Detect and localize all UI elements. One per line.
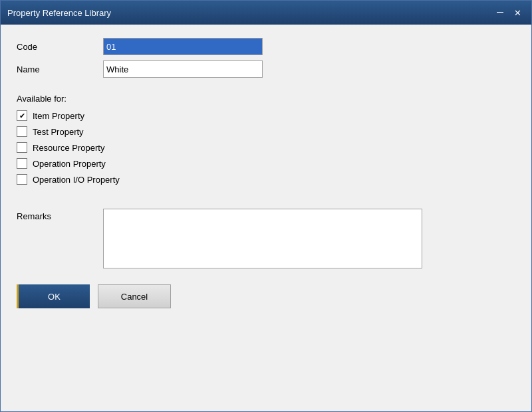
minimize-button[interactable]: [493, 5, 507, 20]
name-input[interactable]: [103, 60, 263, 78]
checkbox-row-operation: Operation Property: [17, 158, 515, 169]
checkbox-resource-property[interactable]: [17, 142, 27, 153]
checkbox-resource-label: Resource Property: [33, 143, 104, 153]
dialog-title: Property Reference Library: [7, 8, 111, 18]
code-label: Code: [17, 42, 103, 52]
checkbox-operation-io-label: Operation I/O Property: [33, 175, 120, 185]
close-button[interactable]: ✕: [510, 5, 525, 20]
code-row: Code: [17, 38, 515, 55]
remarks-textarea[interactable]: [103, 209, 422, 268]
minimize-icon: [497, 12, 503, 13]
title-bar: Property Reference Library ✕: [1, 1, 531, 25]
checkbox-item-label: Item Property: [33, 111, 84, 121]
remarks-section: Remarks: [17, 209, 515, 268]
checkbox-row-operation-io: Operation I/O Property: [17, 174, 515, 185]
cancel-button[interactable]: Cancel: [98, 284, 171, 308]
checkbox-row-item: Item Property: [17, 110, 515, 121]
checkbox-operation-property[interactable]: [17, 158, 27, 169]
button-row: OK Cancel: [17, 284, 515, 308]
remarks-label: Remarks: [17, 209, 103, 221]
dialog-window: Property Reference Library ✕ Code Name A…: [0, 0, 532, 412]
code-input[interactable]: [103, 38, 263, 55]
checkbox-test-label: Test Property: [33, 127, 84, 137]
checkbox-item-property[interactable]: [17, 110, 27, 121]
checkbox-row-resource: Resource Property: [17, 142, 515, 153]
checkbox-row-test: Test Property: [17, 126, 515, 137]
name-row: Name: [17, 60, 515, 78]
checkbox-test-property[interactable]: [17, 126, 27, 137]
dialog-content: Code Name Available for: Item Property T…: [1, 25, 531, 411]
checkbox-operation-io-property[interactable]: [17, 174, 27, 185]
available-section: Available for: Item Property Test Proper…: [17, 94, 515, 190]
name-label: Name: [17, 64, 103, 74]
title-bar-controls: ✕: [493, 5, 525, 20]
available-label: Available for:: [17, 94, 515, 104]
ok-button[interactable]: OK: [17, 284, 90, 308]
checkbox-operation-label: Operation Property: [33, 159, 106, 169]
